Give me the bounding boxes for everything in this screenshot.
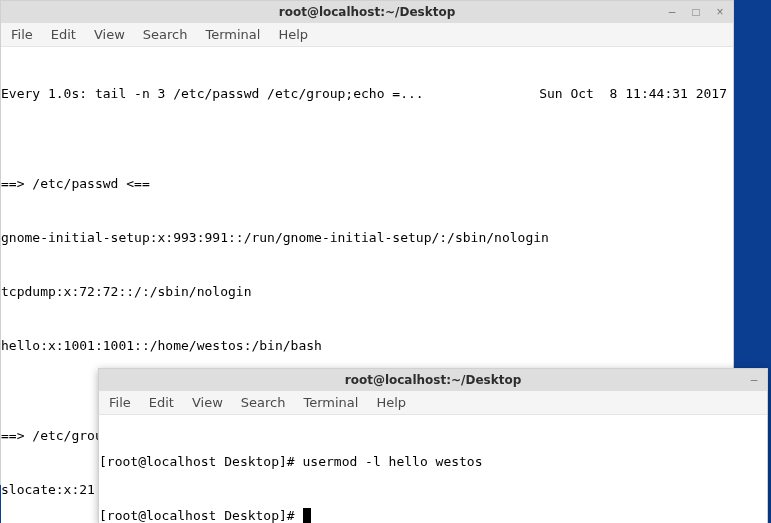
menu-terminal[interactable]: Terminal bbox=[303, 395, 358, 410]
menubar-front: File Edit View Search Terminal Help bbox=[99, 391, 767, 415]
terminal-line: tcpdump:x:72:72::/:/sbin/nologin bbox=[1, 283, 733, 301]
window-title: root@localhost:~/Desktop bbox=[345, 373, 522, 387]
terminal-line: gnome-initial-setup:x:993:991::/run/gnom… bbox=[1, 229, 733, 247]
menu-edit[interactable]: Edit bbox=[51, 27, 76, 42]
watch-timestamp: Sun Oct 8 11:44:31 2017 bbox=[539, 85, 727, 103]
terminal-output-front[interactable]: [root@localhost Desktop]# usermod -l hel… bbox=[99, 415, 767, 523]
menu-help[interactable]: Help bbox=[278, 27, 308, 42]
menu-view[interactable]: View bbox=[192, 395, 223, 410]
close-icon[interactable]: × bbox=[713, 5, 727, 19]
minimize-icon[interactable]: – bbox=[747, 373, 761, 387]
maximize-icon[interactable]: □ bbox=[689, 5, 703, 19]
prompt: [root@localhost Desktop]# bbox=[99, 454, 303, 469]
prompt: [root@localhost Desktop]# bbox=[99, 508, 303, 523]
menu-search[interactable]: Search bbox=[241, 395, 286, 410]
menu-edit[interactable]: Edit bbox=[149, 395, 174, 410]
menu-file[interactable]: File bbox=[11, 27, 33, 42]
titlebar-front[interactable]: root@localhost:~/Desktop – bbox=[99, 369, 767, 391]
menu-view[interactable]: View bbox=[94, 27, 125, 42]
titlebar-back[interactable]: root@localhost:~/Desktop – □ × bbox=[1, 1, 733, 23]
terminal-window-front: root@localhost:~/Desktop – File Edit Vie… bbox=[98, 368, 768, 523]
window-controls: – □ × bbox=[665, 5, 727, 19]
menu-help[interactable]: Help bbox=[376, 395, 406, 410]
terminal-line: hello:x:1001:1001::/home/westos:/bin/bas… bbox=[1, 337, 733, 355]
menu-search[interactable]: Search bbox=[143, 27, 188, 42]
window-title: root@localhost:~/Desktop bbox=[279, 5, 456, 19]
menu-terminal[interactable]: Terminal bbox=[205, 27, 260, 42]
cursor-icon bbox=[303, 508, 311, 523]
menubar-back: File Edit View Search Terminal Help bbox=[1, 23, 733, 47]
command-text: usermod -l hello westos bbox=[303, 454, 483, 469]
terminal-line: ==> /etc/passwd <== bbox=[1, 175, 733, 193]
minimize-icon[interactable]: – bbox=[665, 5, 679, 19]
window-controls: – bbox=[747, 373, 761, 387]
menu-file[interactable]: File bbox=[109, 395, 131, 410]
watch-command: Every 1.0s: tail -n 3 /etc/passwd /etc/g… bbox=[1, 85, 424, 103]
